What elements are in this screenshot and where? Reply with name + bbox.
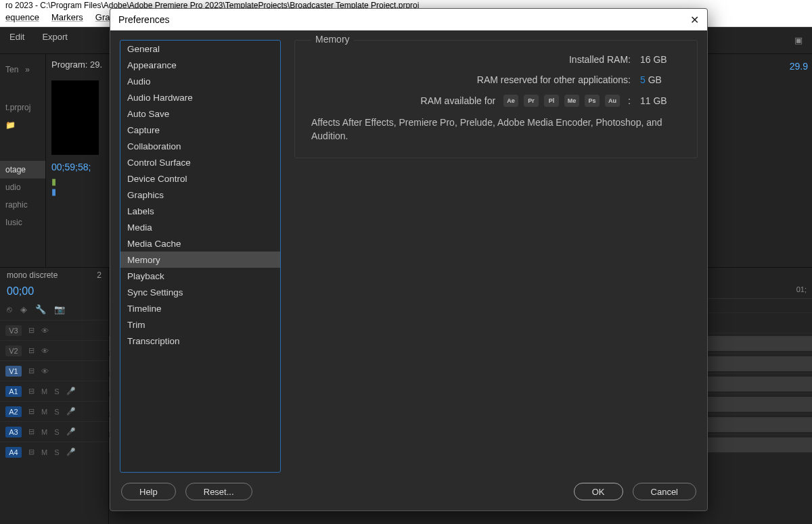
s-icon[interactable]: S [54, 408, 59, 416]
available-ram-label: RAM available for [421, 95, 496, 106]
ok-button[interactable]: OK [574, 483, 623, 500]
tab-export[interactable]: Export [42, 32, 68, 49]
mute-icon[interactable]: ⊟ [28, 448, 35, 456]
reserved-ram-label: RAM reserved for other applications: [311, 74, 640, 85]
eye-icon[interactable]: 👁 [41, 347, 49, 355]
s-icon[interactable]: S [54, 387, 59, 396]
dialog-title: Preferences [118, 14, 169, 25]
m-icon[interactable]: M [41, 448, 47, 456]
program-timecode[interactable]: 00;59;58; [51, 162, 108, 172]
pref-category-media[interactable]: Media [120, 219, 280, 235]
installed-ram-label: Installed RAM: [311, 54, 640, 65]
app-icon-ps: Ps [585, 95, 600, 107]
installed-ram-value: 16 GB [640, 54, 681, 65]
pref-category-device-control[interactable]: Device Control [120, 170, 280, 187]
workspace-layout-icon[interactable]: ▣ [794, 35, 803, 45]
app-icon-ae: Ae [503, 95, 518, 107]
mic-icon[interactable]: 🎤 [66, 427, 76, 436]
app-icon-au: Au [605, 95, 620, 107]
bin-audio[interactable]: udio [0, 178, 45, 196]
m-icon[interactable]: M [41, 408, 47, 416]
track-a2[interactable]: A2⊟MS🎤 [0, 401, 108, 421]
m-icon[interactable]: M [41, 387, 47, 396]
eye-icon[interactable]: 👁 [41, 367, 49, 375]
track-v2[interactable]: V2⊟👁 [0, 340, 108, 360]
timeline-tools: ⎋ ◈ 🔧 📷 [0, 304, 108, 320]
folder-icon[interactable]: 📁 [0, 116, 45, 134]
track-a1[interactable]: A1⊟MS🎤 [0, 381, 108, 401]
track-badge: V3 [5, 325, 22, 336]
mic-icon[interactable]: 🎤 [66, 387, 76, 396]
pref-category-timeline[interactable]: Timeline [120, 300, 280, 316]
menu-markers[interactable]: Markers [51, 12, 83, 25]
pref-category-audio[interactable]: Audio [120, 73, 280, 89]
pref-category-graphics[interactable]: Graphics [120, 187, 280, 203]
toggle-output-icon[interactable]: ⊟ [28, 346, 35, 355]
project-name: t.prproj [0, 99, 45, 116]
eye-icon[interactable]: 👁 [41, 327, 49, 335]
bin-footage[interactable]: otage [0, 161, 45, 178]
wrench-icon[interactable]: 🔧 [35, 304, 46, 314]
pref-category-capture[interactable]: Capture [120, 122, 280, 138]
bin-graphic[interactable]: raphic [0, 196, 45, 214]
pref-category-appearance[interactable]: Appearance [120, 57, 280, 73]
marker-out: ▮ [51, 187, 108, 197]
mic-icon[interactable]: 🎤 [66, 407, 76, 416]
marker-icon[interactable]: ◈ [20, 304, 27, 314]
pref-category-transcription[interactable]: Transcription [120, 333, 280, 349]
menu-sequence[interactable]: equence [5, 12, 39, 25]
tl-seq-name: mono discrete [7, 270, 58, 280]
pref-category-playback[interactable]: Playback [120, 268, 280, 284]
pref-category-audio-hardware[interactable]: Audio Hardware [120, 89, 280, 105]
pref-category-control-surface[interactable]: Control Surface [120, 154, 280, 170]
pref-category-trim[interactable]: Trim [120, 316, 280, 333]
camera-icon[interactable]: 📷 [54, 304, 65, 314]
ruler-label-2: 01; [796, 285, 807, 293]
toggle-output-icon[interactable]: ⊟ [28, 326, 35, 335]
reset-button[interactable]: Reset... [185, 483, 252, 500]
pref-category-general[interactable]: General [120, 41, 280, 57]
program-viewport[interactable] [51, 80, 99, 155]
track-badge: A4 [5, 447, 22, 458]
track-badge: A2 [5, 406, 22, 417]
app-icon-me: Me [564, 95, 579, 107]
panel-label-tem[interactable]: Ten » [0, 61, 45, 78]
app-icon-pr: Pr [524, 95, 539, 107]
track-a3[interactable]: A3⊟MS🎤 [0, 421, 108, 442]
track-a4[interactable]: A4⊟MS🎤 [0, 442, 108, 462]
snap-icon[interactable]: ⎋ [7, 304, 12, 314]
reserved-ram-value[interactable]: 5 GB [640, 74, 681, 85]
close-icon[interactable]: ✕ [690, 14, 699, 26]
timeline-timecode[interactable]: 00;00 [0, 283, 108, 304]
s-icon[interactable]: S [54, 448, 59, 456]
dialog-footer: Help Reset... OK Cancel [110, 473, 707, 510]
memory-section: Memory Installed RAM: 16 GB RAM reserved… [294, 40, 698, 158]
program-monitor-title: Program: 29. [51, 59, 108, 70]
available-sep: : [628, 95, 631, 106]
help-button[interactable]: Help [121, 483, 176, 500]
mute-icon[interactable]: ⊟ [28, 407, 35, 416]
bin-music[interactable]: Iusic [0, 214, 45, 231]
toggle-output-icon[interactable]: ⊟ [28, 366, 35, 375]
pref-category-memory[interactable]: Memory [120, 252, 280, 268]
track-badge: A1 [5, 386, 22, 397]
s-icon[interactable]: S [54, 428, 59, 436]
pref-category-sync-settings[interactable]: Sync Settings [120, 284, 280, 300]
pref-category-collaboration[interactable]: Collaboration [120, 138, 280, 154]
memory-description: Affects After Effects, Premiere Pro, Pre… [311, 116, 681, 143]
pref-category-labels[interactable]: Labels [120, 203, 280, 219]
reserved-ram-unit: GB [648, 74, 662, 85]
tl-seq-num: 2 [97, 270, 102, 280]
track-v1[interactable]: V1⊟👁 [0, 360, 108, 381]
pref-category-auto-save[interactable]: Auto Save [120, 105, 280, 122]
mute-icon[interactable]: ⊟ [28, 427, 35, 436]
marker-in: ▮ [51, 176, 108, 187]
mic-icon[interactable]: 🎤 [66, 448, 76, 456]
tab-edit[interactable]: Edit [9, 32, 24, 49]
track-badge: A3 [5, 427, 22, 437]
m-icon[interactable]: M [41, 428, 47, 436]
track-v3[interactable]: V3⊟👁 [0, 320, 108, 340]
cancel-button[interactable]: Cancel [633, 483, 696, 500]
mute-icon[interactable]: ⊟ [28, 387, 35, 396]
pref-category-media-cache[interactable]: Media Cache [120, 235, 280, 252]
